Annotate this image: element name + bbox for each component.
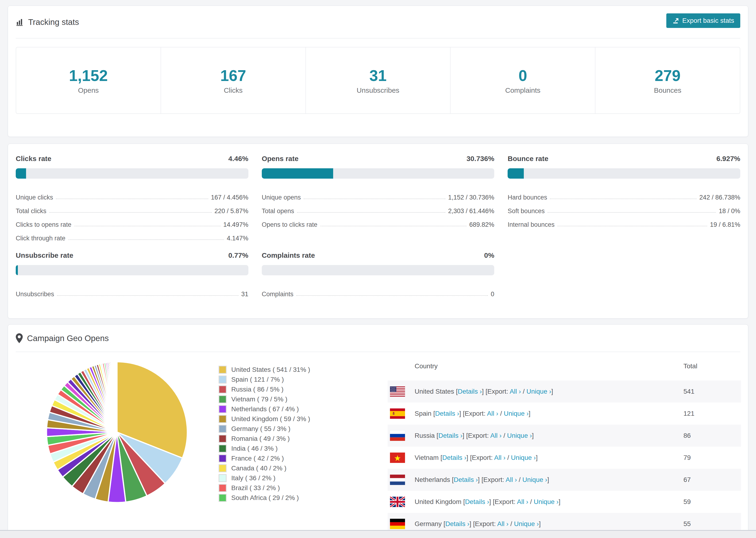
legend-swatch — [219, 464, 227, 472]
details-link[interactable]: Details › — [465, 498, 489, 506]
bracket-text: ] [Export: — [459, 410, 487, 417]
stat-box: 31Unsubscribes — [306, 47, 451, 113]
rate-row-value: 31 — [242, 291, 248, 298]
legend-item[interactable]: Netherlands ( 67 / 4% ) — [219, 404, 310, 414]
table-row-us: United States [Details ›] [Export: All ›… — [388, 381, 741, 403]
progress-bar — [16, 265, 248, 275]
export-unique-link[interactable]: Unique › — [526, 388, 551, 395]
details-link[interactable]: Details › — [445, 520, 469, 527]
rate-row-label: Complaints — [262, 291, 294, 298]
legend-item[interactable]: South Africa ( 29 / 2% ) — [219, 493, 310, 503]
bracket-text: ] — [536, 454, 538, 461]
separator-text: / — [517, 476, 522, 483]
table-row-es: Spain [Details ›] [Export: All › / Uniqu… — [388, 403, 741, 425]
export-unique-link[interactable]: Unique › — [511, 454, 536, 461]
legend-label: Spain ( 121 / 7% ) — [231, 376, 284, 383]
rate-row: Click through rate4.147% — [16, 228, 248, 242]
legend-item[interactable]: Brazil ( 33 / 2% ) — [219, 483, 310, 493]
table-row-gb: United Kingdom [Details ›] [Export: All … — [388, 491, 741, 513]
tracking-stats-page: Tracking stats Export basic stats 1,152O… — [0, 0, 756, 538]
legend-item[interactable]: Spain ( 121 / 7% ) — [219, 375, 310, 385]
country-cell: Germany [Details ›] [Export: All › / Uni… — [415, 520, 541, 528]
export-all-link[interactable]: All › — [506, 476, 517, 483]
rate-row: Unique clicks167 / 4.456% — [16, 188, 248, 201]
geo-opens-table: Country Total United States [Details ›] … — [388, 351, 741, 530]
legend-item[interactable]: United Kingdom ( 59 / 3% ) — [219, 414, 310, 424]
legend-label: Canada ( 40 / 2% ) — [231, 464, 287, 472]
export-all-link[interactable]: All › — [497, 520, 509, 527]
rate-row-value: 19 / 6.81% — [710, 221, 740, 228]
country-cell: Netherlands [Details ›] [Export: All › /… — [415, 476, 549, 484]
rate-title: Opens rate — [262, 155, 298, 163]
rate-row-label: Total opens — [262, 207, 294, 215]
legend-item[interactable]: Russia ( 86 / 5% ) — [219, 385, 310, 394]
export-unique-link[interactable]: Unique › — [534, 498, 559, 506]
legend-item[interactable]: India ( 46 / 3% ) — [219, 444, 310, 454]
country-name: Germany — [415, 520, 442, 527]
rate-row-value: 2,303 / 61.446% — [448, 207, 495, 215]
legend-item[interactable]: Canada ( 40 / 2% ) — [219, 463, 310, 473]
separator-text: / — [521, 388, 526, 395]
rate-row: Internal bounces19 / 6.81% — [508, 215, 740, 228]
geo-opens-pie-chart[interactable] — [44, 359, 190, 505]
legend-item[interactable]: Romania ( 49 / 3% ) — [219, 434, 310, 444]
export-all-link[interactable]: All › — [510, 388, 521, 395]
country-name: Russia — [415, 432, 435, 439]
country-name: Spain — [415, 410, 432, 417]
rate-row-value: 220 / 5.87% — [215, 207, 248, 215]
rate-row-value: 1,152 / 30.736% — [448, 194, 495, 201]
details-link[interactable]: Details › — [438, 432, 462, 439]
legend-item[interactable]: United States ( 541 / 31% ) — [219, 365, 310, 375]
export-all-link[interactable]: All › — [487, 410, 498, 417]
details-link[interactable]: Details › — [435, 410, 459, 417]
rate-rows: Hard bounces242 / 86.738%Soft bounces18 … — [508, 188, 740, 228]
dotted-leader — [74, 226, 220, 226]
export-unique-link[interactable]: Unique › — [504, 410, 529, 417]
legend-label: Vietnam ( 79 / 5% ) — [231, 396, 287, 403]
rate-title: Bounce rate — [508, 155, 548, 163]
legend-swatch — [219, 395, 227, 403]
export-button-label: Export basic stats — [682, 17, 734, 25]
legend-item[interactable]: Vietnam ( 79 / 5% ) — [219, 394, 310, 404]
table-header-total: Total — [683, 362, 697, 370]
table-row-nl: Netherlands [Details ›] [Export: All › /… — [388, 469, 741, 491]
rates-card: Clicks rate4.46%Unique clicks167 / 4.456… — [8, 144, 748, 319]
details-link[interactable]: Details › — [442, 454, 466, 461]
bracket-text: ] — [559, 498, 561, 506]
country-name: Vietnam — [415, 454, 439, 461]
progress-fill — [16, 168, 26, 179]
export-unique-link[interactable]: Unique › — [507, 432, 532, 439]
separator-text: / — [498, 410, 504, 417]
rate-row-value: 167 / 4.456% — [211, 194, 248, 201]
export-unique-link[interactable]: Unique › — [514, 520, 539, 527]
progress-fill — [262, 168, 333, 179]
rate-row-value: 689.82% — [469, 221, 495, 228]
stat-value: 0 — [518, 67, 527, 84]
page-bottom-strip — [0, 530, 756, 538]
total-value: 67 — [683, 476, 691, 484]
export-unique-link[interactable]: Unique › — [522, 476, 547, 483]
legend-item[interactable]: Italy ( 36 / 2% ) — [219, 473, 310, 483]
legend-swatch — [219, 445, 227, 453]
export-basic-stats-button[interactable]: Export basic stats — [666, 13, 740, 28]
country-flag-us — [390, 386, 405, 397]
total-value: 86 — [683, 432, 691, 439]
table-row-ru: Russia [Details ›] [Export: All › / Uniq… — [388, 425, 741, 447]
export-all-link[interactable]: All › — [490, 432, 502, 439]
total-value: 541 — [683, 388, 694, 395]
separator-text: / — [506, 454, 511, 461]
legend-item[interactable]: France ( 42 / 2% ) — [219, 454, 310, 463]
legend-swatch — [219, 435, 227, 443]
legend-swatch — [219, 494, 227, 502]
rate-row-label: Internal bounces — [508, 221, 555, 228]
separator-text: / — [528, 498, 534, 506]
rate-block-complaints: Complaints rate0%Complaints0 — [262, 251, 495, 298]
pie-slice[interactable] — [116, 362, 117, 432]
details-link[interactable]: Details › — [454, 476, 478, 483]
dotted-leader — [297, 212, 445, 213]
legend-item[interactable]: Germany ( 55 / 3% ) — [219, 424, 310, 434]
export-all-link[interactable]: All › — [517, 498, 528, 506]
export-all-link[interactable]: All › — [494, 454, 506, 461]
legend-label: South Africa ( 29 / 2% ) — [231, 494, 299, 502]
details-link[interactable]: Details › — [458, 388, 482, 395]
